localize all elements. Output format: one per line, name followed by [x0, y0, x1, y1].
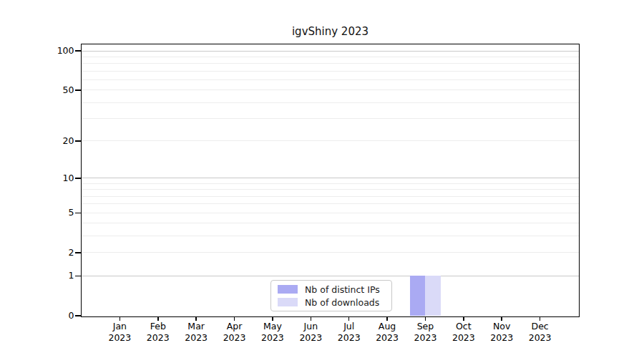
- x-tick-label: Nov2023: [480, 321, 523, 344]
- x-tick-month: Sep: [404, 321, 447, 332]
- legend-item: Nb of distinct IPs: [271, 284, 391, 295]
- y-tick-mark: [75, 50, 81, 52]
- y-tick-mark: [75, 90, 81, 91]
- x-tick-year: 2023: [213, 332, 256, 344]
- x-tick-label: Oct2023: [442, 321, 485, 344]
- legend-item-label: Nb of downloads: [305, 297, 379, 308]
- legend-item: Nb of downloads: [271, 297, 391, 308]
- x-tick-year: 2023: [137, 332, 180, 344]
- x-tick-year: 2023: [404, 332, 447, 344]
- gridline-major: [82, 276, 579, 276]
- gridline-minor: [82, 118, 579, 119]
- gridline-minor: [82, 140, 579, 141]
- y-tick-mark: [75, 276, 81, 277]
- gridline-minor: [82, 223, 579, 223]
- y-tick-mark: [75, 252, 81, 253]
- gridline-minor: [82, 79, 579, 80]
- y-tick-label: 10: [24, 172, 74, 185]
- legend: Nb of distinct IPsNb of downloads: [270, 280, 392, 311]
- x-tick-month: Aug: [366, 321, 409, 332]
- y-tick-mark: [75, 178, 81, 179]
- y-tick-label: 5: [24, 206, 74, 219]
- x-tick-month: Mar: [175, 321, 218, 332]
- x-tick-year: 2023: [366, 332, 409, 344]
- y-tick-label: 2: [24, 246, 74, 259]
- x-tick-year: 2023: [175, 332, 218, 344]
- y-tick-label: 20: [24, 135, 74, 147]
- gridline-minor: [82, 183, 579, 184]
- x-tick-label: Mar2023: [175, 321, 218, 344]
- bar-distinct-ips: [410, 276, 425, 316]
- x-tick-month: Jul: [328, 321, 371, 332]
- legend-item-label: Nb of distinct IPs: [305, 284, 380, 295]
- y-tick-mark: [75, 140, 81, 142]
- x-tick-label: Sep2023: [404, 321, 447, 344]
- x-tick-month: Oct: [442, 321, 485, 332]
- chart-title: igvShiny 2023: [81, 25, 580, 38]
- x-tick-month: Apr: [213, 321, 256, 332]
- y-tick-label: 0: [24, 309, 74, 322]
- x-tick-label: Jun2023: [289, 321, 332, 344]
- x-tick-month: Feb: [137, 321, 180, 332]
- legend-swatch: [278, 298, 298, 306]
- plot-area: 0125102050100Jan2023Feb2023Mar2023Apr202…: [81, 44, 580, 317]
- x-tick-year: 2023: [289, 332, 332, 344]
- x-tick-year: 2023: [480, 332, 523, 344]
- x-tick-label: Apr2023: [213, 321, 256, 344]
- legend-swatch: [278, 285, 298, 294]
- x-tick-month: Nov: [480, 321, 523, 332]
- x-tick-year: 2023: [251, 332, 294, 344]
- gridline-major: [82, 178, 579, 178]
- gridline-minor: [82, 71, 579, 72]
- gridline-major: [82, 51, 579, 52]
- gridline-minor: [82, 189, 579, 190]
- x-tick-year: 2023: [442, 332, 485, 344]
- x-tick-month: Jun: [289, 321, 332, 332]
- gridline-minor: [82, 196, 579, 197]
- x-tick-month: May: [251, 321, 294, 332]
- x-tick-label: Jul2023: [328, 321, 371, 344]
- x-tick-label: Dec2023: [519, 321, 562, 344]
- y-tick-label: 100: [24, 44, 74, 57]
- y-tick-mark: [75, 315, 81, 316]
- x-tick-year: 2023: [519, 332, 562, 344]
- x-tick-label: May2023: [251, 321, 294, 344]
- gridline-minor: [82, 213, 579, 213]
- x-tick-month: Jan: [98, 321, 141, 332]
- x-tick-year: 2023: [98, 332, 141, 344]
- gridline-minor: [82, 90, 579, 90]
- x-tick-label: Aug2023: [366, 321, 409, 344]
- x-tick-label: Feb2023: [137, 321, 180, 344]
- y-tick-label: 50: [24, 84, 74, 97]
- figure: igvShiny 2023 0125102050100Jan2023Feb202…: [0, 0, 644, 358]
- x-tick-label: Jan2023: [98, 321, 141, 344]
- y-tick-mark: [75, 213, 81, 214]
- gridline-minor: [82, 203, 579, 204]
- gridline-minor: [82, 57, 579, 57]
- x-tick-year: 2023: [328, 332, 371, 344]
- gridline-minor: [82, 252, 579, 253]
- y-tick-label: 1: [24, 269, 74, 282]
- x-tick-month: Dec: [519, 321, 562, 332]
- gridline-minor: [82, 102, 579, 103]
- gridline-minor: [82, 236, 579, 236]
- bar-downloads: [425, 276, 440, 316]
- gridline-minor: [82, 63, 579, 64]
